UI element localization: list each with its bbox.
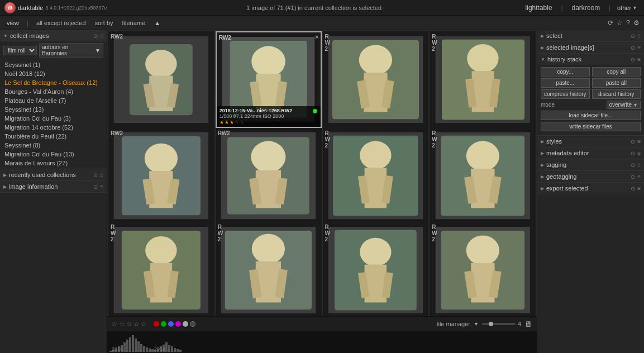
zoom-thumb[interactable] bbox=[489, 322, 493, 326]
color-gray[interactable] bbox=[183, 321, 188, 327]
image-information-section[interactable]: ▶ image information ⊙ ≡ bbox=[0, 181, 107, 193]
list-item[interactable]: Noël 2018 (12) bbox=[0, 69, 107, 78]
nav-lighttable[interactable]: lighttable bbox=[521, 3, 557, 13]
close-icon[interactable]: ✕ bbox=[314, 34, 319, 40]
history-stack-title: ▼ history stack bbox=[541, 56, 581, 63]
selected-images-header[interactable]: ▶ selected image[s] ⊙ ≡ bbox=[537, 42, 644, 53]
thumb-cell[interactable]: RW2 bbox=[323, 31, 429, 128]
thumb-label: RW2 bbox=[432, 130, 437, 149]
color-red[interactable] bbox=[154, 321, 159, 327]
thumb-cell[interactable]: RW2 bbox=[108, 222, 214, 316]
thumb-cell-selected[interactable]: RW2 ✕ 2018-12-15-Va...nies-1268.RW2 1/50… bbox=[216, 31, 322, 128]
list-item[interactable]: Bourges - Val d'Auron (4) bbox=[0, 87, 107, 96]
thumb-label: RW2 bbox=[432, 224, 437, 242]
mode-value[interactable]: overwrite ▼ bbox=[607, 101, 641, 109]
list-item[interactable]: Migration 14 octobre (52) bbox=[0, 123, 107, 132]
color-purple[interactable] bbox=[175, 321, 181, 327]
expand-icon-2: ▶ bbox=[3, 184, 7, 189]
nav-darkroom[interactable]: darkroom bbox=[567, 3, 604, 13]
thumb-cell[interactable]: RW2 bbox=[108, 128, 214, 225]
gear-icon[interactable]: ⚙ bbox=[633, 19, 640, 27]
thumb-cell[interactable]: RW2 bbox=[430, 128, 536, 225]
monitor-icon[interactable]: 🖥 bbox=[524, 319, 532, 328]
menu-icon: ≡ bbox=[637, 33, 641, 39]
svg-point-44 bbox=[466, 141, 499, 171]
copy-all-button[interactable]: copy all bbox=[592, 67, 641, 77]
geotagging-header[interactable]: ▶ geotagging ⊙ ≡ bbox=[537, 171, 644, 182]
film-roll-select[interactable]: film roll bbox=[3, 46, 37, 55]
sort-direction-icon[interactable]: ▲ bbox=[152, 18, 163, 27]
left-panel: ▼ collect images ⊙ ≡ film roll autours e… bbox=[0, 30, 107, 353]
list-item[interactable]: Migration Col du Fau (3) bbox=[0, 114, 107, 123]
compress-button[interactable]: compress history bbox=[541, 89, 590, 99]
color-blue[interactable] bbox=[168, 321, 174, 327]
toolbar-separator: | bbox=[27, 20, 28, 26]
collection-tag[interactable]: autours en Baronnies ▼ bbox=[39, 43, 103, 58]
thumb-cell[interactable]: RW2 bbox=[430, 222, 536, 316]
write-sidecar-button[interactable]: write sidecar files bbox=[541, 122, 641, 131]
main-area: ▼ collect images ⊙ ≡ film roll autours e… bbox=[0, 30, 644, 353]
sort-by-select[interactable]: filename bbox=[120, 18, 148, 27]
thumb-cell[interactable]: RW2 bbox=[216, 128, 322, 225]
help-icon[interactable]: ? bbox=[626, 19, 630, 27]
rating-star-5[interactable]: ☆ bbox=[141, 320, 147, 328]
star-5[interactable]: ☆ bbox=[240, 120, 244, 125]
star-4[interactable]: ☆ bbox=[235, 120, 239, 125]
star-3[interactable]: ★ bbox=[230, 120, 234, 125]
collect-images-header[interactable]: ▼ collect images ⊙ ≡ bbox=[0, 30, 107, 41]
star-2[interactable]: ★ bbox=[225, 120, 229, 125]
history-stack-header[interactable]: ▼ history stack ⊙ ≡ bbox=[537, 54, 644, 65]
geotagging-label: geotagging bbox=[546, 173, 576, 180]
thumb-label: RW2 bbox=[111, 130, 123, 137]
rating-star-3[interactable]: ☆ bbox=[126, 320, 132, 328]
recently-used-section[interactable]: ▶ recently used collections ⊙ ≡ bbox=[0, 169, 107, 181]
file-manager-chevron[interactable]: ▼ bbox=[474, 321, 479, 327]
thumb-cell[interactable]: RW2 bbox=[323, 222, 429, 316]
export-selected-header[interactable]: ▶ export selected ⊙ ≡ bbox=[537, 183, 644, 194]
thumb-cell[interactable]: RW2 bbox=[323, 128, 429, 225]
select-header[interactable]: ▶ select ⊙ ≡ bbox=[537, 30, 644, 41]
discard-button[interactable]: discard history bbox=[592, 89, 641, 99]
styles-icons: ⊙ ≡ bbox=[631, 139, 641, 145]
collapse-icon-3: ▼ bbox=[541, 57, 545, 62]
list-item[interactable]: Migration Col du Fau (13) bbox=[0, 150, 107, 159]
list-item[interactable]: Seyssinet (1) bbox=[0, 60, 107, 69]
list-item[interactable]: Marais de Lavours (27) bbox=[0, 159, 107, 168]
tagging-header[interactable]: ▶ tagging ⊙ ≡ bbox=[537, 159, 644, 170]
collapse-icon: ▼ bbox=[3, 34, 8, 39]
metadata-editor-header[interactable]: ▶ metadata editor ⊙ ≡ bbox=[537, 147, 644, 159]
expand-icon-4: ▶ bbox=[541, 139, 544, 144]
thumb-label: RW2 bbox=[111, 224, 116, 242]
styles-header[interactable]: ▶ styles ⊙ ≡ bbox=[537, 136, 644, 147]
load-sidecar-button[interactable]: load sidecar file... bbox=[541, 111, 641, 120]
color-black[interactable] bbox=[190, 321, 195, 327]
filter-select[interactable]: all except rejected bbox=[34, 18, 88, 27]
rating-star-1[interactable]: ☆ bbox=[112, 320, 118, 328]
zoom-track[interactable] bbox=[482, 323, 516, 325]
rating-star-4[interactable]: ☆ bbox=[133, 320, 140, 328]
list-item[interactable]: Seyssinet (8) bbox=[0, 141, 107, 150]
thumb-cell[interactable]: RW2 bbox=[108, 31, 214, 128]
app-name: darktable bbox=[18, 4, 43, 11]
star-icon[interactable]: ☆ bbox=[617, 19, 623, 27]
thumb-label: RW2 bbox=[111, 34, 123, 40]
list-item[interactable]: Seyssinet (13) bbox=[0, 105, 107, 114]
list-item[interactable]: Tourbière du Peuil (22) bbox=[0, 132, 107, 141]
logo-icon: dt bbox=[4, 2, 16, 13]
copy-button[interactable]: copy... bbox=[541, 67, 590, 77]
list-item-selected[interactable]: Le Sel de Bretagne - Oiseaux (12) bbox=[0, 78, 107, 87]
thumb-cell[interactable]: RW2 bbox=[216, 222, 322, 316]
star-1[interactable]: ★ bbox=[220, 120, 224, 125]
nav-other-btn[interactable]: other ▼ bbox=[615, 3, 640, 12]
thumb-cell[interactable]: RW2 bbox=[430, 31, 536, 128]
view-button[interactable]: view bbox=[4, 18, 21, 27]
loop-icon[interactable]: ⟳ bbox=[608, 19, 613, 27]
list-item[interactable]: Plateau de l'Arselle (7) bbox=[0, 96, 107, 105]
paste-button[interactable]: paste... bbox=[541, 78, 590, 88]
tagging-section: ▶ tagging ⊙ ≡ bbox=[537, 159, 644, 171]
color-green[interactable] bbox=[161, 321, 166, 327]
svg-point-8 bbox=[251, 46, 285, 77]
rating-star-2[interactable]: ☆ bbox=[119, 320, 125, 328]
paste-all-button[interactable]: paste all bbox=[592, 78, 641, 88]
zoom-value: 4 bbox=[518, 321, 521, 327]
